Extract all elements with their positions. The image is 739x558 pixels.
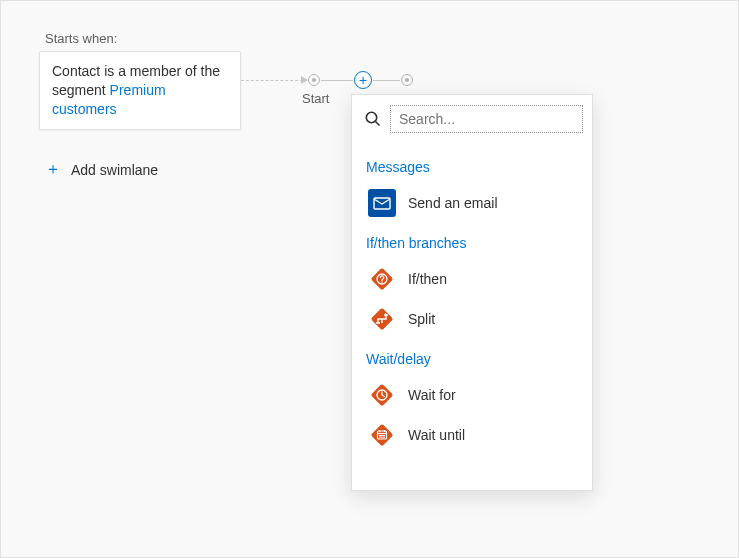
add-swimlane-label: Add swimlane [71,162,158,178]
calendar-icon [368,421,396,449]
action-picker-panel: MessagesSend an emailIf/then branchesIf/… [351,94,593,491]
connector-line [373,80,400,81]
action-item-label: Split [408,311,435,327]
question-icon [368,265,396,293]
starts-when-label: Starts when: [45,31,117,46]
action-item-send-email[interactable]: Send an email [366,183,578,223]
action-item-wait-for[interactable]: Wait for [366,375,578,415]
svg-point-0 [366,112,376,122]
action-item-if-then[interactable]: If/then [366,259,578,299]
connector-dashed-line [241,80,303,81]
start-node[interactable] [308,74,320,86]
svg-line-1 [376,122,380,126]
clock-icon [368,381,396,409]
group-title: If/then branches [366,235,578,251]
svg-point-5 [381,281,382,282]
group-title: Messages [366,159,578,175]
action-item-split[interactable]: Split [366,299,578,339]
search-input[interactable] [390,105,583,133]
search-icon [364,109,382,129]
action-list-scroll[interactable]: MessagesSend an emailIf/then branchesIf/… [352,141,592,490]
trigger-card[interactable]: Contact is a member of the segment Premi… [39,51,241,130]
action-item-label: Wait until [408,427,465,443]
action-item-wait-until[interactable]: Wait until [366,415,578,455]
end-node[interactable] [401,74,413,86]
add-step-node[interactable]: + [354,71,372,89]
action-item-label: Send an email [408,195,498,211]
start-node-label: Start [302,91,329,106]
plus-icon: ＋ [45,159,61,180]
add-swimlane-button[interactable]: ＋ Add swimlane [45,159,158,180]
action-item-label: Wait for [408,387,456,403]
group-title: Wait/delay [366,351,578,367]
journey-connector: + [241,70,416,90]
action-item-label: If/then [408,271,447,287]
split-icon [368,305,396,333]
mail-icon [368,189,396,217]
arrowhead-icon [301,76,308,84]
connector-line [321,80,353,81]
